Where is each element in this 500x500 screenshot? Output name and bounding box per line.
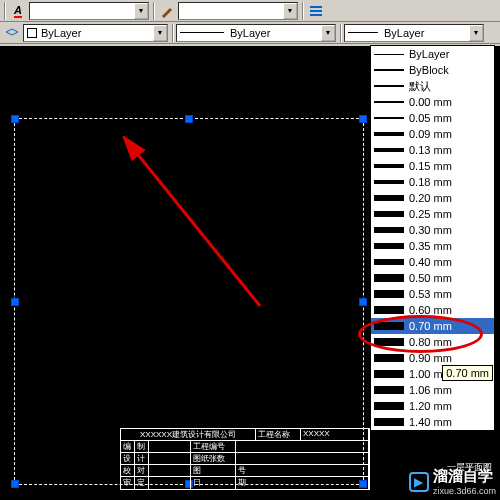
chevron-down-icon[interactable]: ▼: [321, 25, 335, 41]
font-icon: A: [14, 4, 22, 18]
linetype-combo[interactable]: ByLayer ▼: [176, 24, 336, 42]
divider: [153, 2, 155, 20]
line-sample: [374, 117, 404, 120]
divider: [340, 24, 342, 42]
table-row: 设计图纸张数: [121, 453, 369, 465]
line-sample: [374, 164, 404, 168]
option-label: ByLayer: [409, 48, 449, 60]
lineweight-option[interactable]: 1.20 mm: [371, 398, 494, 414]
table-row: 校对图号: [121, 465, 369, 477]
lineweight-option[interactable]: 0.60 mm: [371, 302, 494, 318]
style-combo-1[interactable]: ▼: [29, 2, 149, 20]
line-sample: [374, 370, 404, 378]
line-sample: [374, 227, 404, 233]
table-row: 编制工程编号: [121, 441, 369, 453]
option-label: 0.13 mm: [409, 144, 452, 156]
option-label: 0.30 mm: [409, 224, 452, 236]
grip-handle[interactable]: [359, 115, 367, 123]
linetype-combo-label: ByLayer: [230, 27, 270, 39]
brush-icon: [160, 4, 174, 18]
lineweight-option[interactable]: ByLayer: [371, 46, 494, 62]
grip-handle[interactable]: [11, 480, 19, 488]
chevron-down-icon[interactable]: ▼: [153, 25, 167, 41]
line-sample: [374, 418, 404, 426]
line-sample: [374, 211, 404, 217]
color-combo-label: ByLayer: [41, 27, 81, 39]
line-sample: [374, 386, 404, 394]
line-sample: [374, 148, 404, 152]
lineweight-option[interactable]: ByBlock: [371, 62, 494, 78]
table-icon: [309, 4, 323, 18]
option-label: 0.00 mm: [409, 96, 452, 108]
option-label: 1.20 mm: [409, 400, 452, 412]
color-swatch: [27, 28, 37, 38]
lineweight-option[interactable]: 1.40 mm: [371, 414, 494, 430]
option-label: 0.50 mm: [409, 272, 452, 284]
lineweight-option[interactable]: 1.06 mm: [371, 382, 494, 398]
lineweight-option[interactable]: 0.30 mm: [371, 222, 494, 238]
list-tool-button[interactable]: [306, 2, 326, 20]
line-sample: [374, 274, 404, 281]
line-sample: [374, 180, 404, 185]
style-combo-2[interactable]: ▼: [178, 2, 298, 20]
lineweight-option[interactable]: 0.40 mm: [371, 254, 494, 270]
lineweight-option[interactable]: 0.53 mm: [371, 286, 494, 302]
lineweight-option[interactable]: 0.05 mm: [371, 110, 494, 126]
grip-handle[interactable]: [11, 298, 19, 306]
svg-rect-2: [310, 14, 322, 16]
font-tool-button[interactable]: A: [8, 2, 28, 20]
option-label: 0.35 mm: [409, 240, 452, 252]
lineweight-tooltip: 0.70 mm: [442, 365, 493, 381]
lineweight-combo[interactable]: ByLayer ▼: [344, 24, 484, 42]
line-sample: [374, 354, 404, 362]
option-label: 默认: [409, 79, 431, 94]
table-row: 审定日期: [121, 477, 369, 489]
option-label: 0.90 mm: [409, 352, 452, 364]
option-label: 1.06 mm: [409, 384, 452, 396]
option-label: ByBlock: [409, 64, 449, 76]
option-label: 0.60 mm: [409, 304, 452, 316]
lineweight-option[interactable]: 0.20 mm: [371, 190, 494, 206]
watermark-url: zixue.3d66.com: [433, 486, 496, 496]
svg-rect-0: [310, 6, 322, 8]
project-label-cell: 工程名称: [256, 429, 301, 440]
grip-handle[interactable]: [359, 298, 367, 306]
lineweight-option[interactable]: 0.25 mm: [371, 206, 494, 222]
lineweight-option[interactable]: 0.70 mm: [371, 318, 494, 334]
chevron-down-icon[interactable]: ▼: [134, 3, 148, 19]
line-sample: [374, 402, 404, 410]
option-label: 0.70 mm: [409, 320, 452, 332]
option-label: 0.80 mm: [409, 336, 452, 348]
lineweight-option[interactable]: 0.15 mm: [371, 158, 494, 174]
lineweight-option[interactable]: 0.50 mm: [371, 270, 494, 286]
lineweight-option[interactable]: 0.00 mm: [371, 94, 494, 110]
chevron-down-icon[interactable]: ▼: [469, 25, 483, 41]
lineweight-option[interactable]: 0.90 mm: [371, 350, 494, 366]
line-sample: [374, 54, 404, 55]
lineweight-option[interactable]: 0.80 mm: [371, 334, 494, 350]
option-label: 0.18 mm: [409, 176, 452, 188]
lineweight-option[interactable]: 0.35 mm: [371, 238, 494, 254]
line-sample: [374, 132, 404, 135]
line-sample: [374, 322, 404, 330]
grip-handle[interactable]: [11, 115, 19, 123]
grip-handle[interactable]: [185, 115, 193, 123]
lineweight-option[interactable]: 0.09 mm: [371, 126, 494, 142]
line-sample: [374, 259, 404, 266]
divider: [172, 24, 174, 42]
watermark: ▶ 溜溜自学 zixue.3d66.com: [409, 467, 496, 496]
lineweight-combo-label: ByLayer: [384, 27, 424, 39]
lineweight-option[interactable]: 默认: [371, 78, 494, 94]
option-label: 0.40 mm: [409, 256, 452, 268]
lineweight-option[interactable]: 0.18 mm: [371, 174, 494, 190]
hatch-tool-button[interactable]: [157, 2, 177, 20]
line-sample: [348, 32, 378, 33]
layers-icon: [5, 26, 19, 40]
color-combo[interactable]: ByLayer ▼: [23, 24, 168, 42]
lineweight-option[interactable]: 0.13 mm: [371, 142, 494, 158]
layer-icon-button[interactable]: [2, 24, 22, 42]
option-label: 0.05 mm: [409, 112, 452, 124]
chevron-down-icon[interactable]: ▼: [283, 3, 297, 19]
watermark-text: 溜溜自学: [433, 467, 496, 486]
company-cell: XXXXXX建筑设计有限公司: [121, 429, 256, 440]
